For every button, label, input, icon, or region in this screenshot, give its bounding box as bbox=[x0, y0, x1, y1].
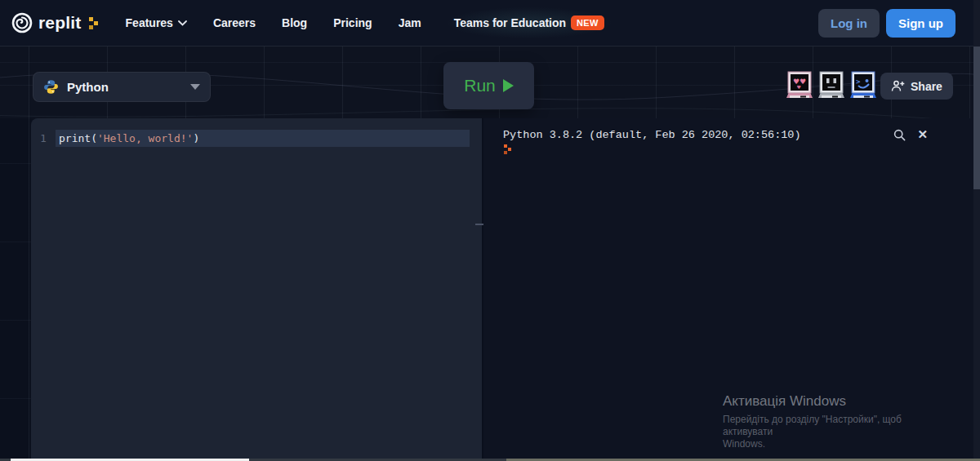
share-button[interactable]: Share bbox=[880, 73, 953, 100]
console-prompt-icon bbox=[504, 144, 512, 154]
play-icon bbox=[503, 79, 514, 92]
nav-item-label: Pricing bbox=[333, 16, 372, 29]
nav-item-label: Careers bbox=[213, 16, 256, 29]
windows-activation-watermark: Активація Windows Перейдіть до розділу "… bbox=[723, 393, 951, 450]
svg-text:>: > bbox=[856, 78, 861, 86]
language-selector[interactable]: Python bbox=[33, 72, 211, 102]
nav-item-jam[interactable]: Jam bbox=[399, 16, 421, 29]
new-badge: NEW bbox=[571, 16, 604, 30]
run-button-label: Run bbox=[464, 76, 496, 95]
chevron-down-icon bbox=[178, 20, 187, 26]
code-token-plain: print( bbox=[59, 132, 97, 144]
nav-items: Features Careers Blog Pricing Jam Teams … bbox=[126, 7, 611, 38]
auth-buttons: Log in Sign up bbox=[818, 9, 956, 38]
vertical-scrollbar[interactable] bbox=[973, 0, 980, 461]
nav-item-label: Blog bbox=[282, 16, 307, 29]
watermark-title: Активація Windows bbox=[723, 393, 951, 410]
vertical-scrollbar-thumb[interactable] bbox=[973, 47, 980, 189]
code-text: print('Hello, world!') bbox=[59, 132, 199, 144]
avatar-neutral-face-computer bbox=[817, 70, 846, 101]
code-token-string: 'Hello, world!' bbox=[97, 132, 193, 144]
watermark-line-2: Windows. bbox=[723, 438, 951, 450]
share-button-label: Share bbox=[911, 80, 942, 93]
navbar: replit Features Careers Blog Pricing Jam… bbox=[0, 0, 980, 47]
replit-spiral-icon bbox=[11, 12, 33, 33]
svg-text:♥: ♥ bbox=[797, 84, 801, 90]
share-person-plus-icon bbox=[891, 80, 905, 92]
avatar-wink-face-computer: > bbox=[849, 70, 878, 101]
login-button[interactable]: Log in bbox=[818, 9, 880, 38]
logo-wordmark: replit bbox=[38, 13, 82, 33]
watermark-body: Перейдіть до розділу "Настройки", щоб ак… bbox=[723, 414, 951, 450]
nav-item-features[interactable]: Features bbox=[126, 16, 187, 29]
language-selector-value: Python bbox=[67, 80, 182, 94]
code-editor[interactable]: 1 print('Hello, world!') bbox=[31, 118, 483, 459]
avatar-heart-face-computer: ♥ ♥ ♥ bbox=[785, 70, 814, 101]
viewer-avatars: ♥ ♥ ♥ > bbox=[785, 70, 878, 101]
code-line-1[interactable]: 1 print('Hello, world!') bbox=[31, 130, 483, 147]
search-icon[interactable] bbox=[893, 129, 906, 141]
line-number: 1 bbox=[31, 132, 56, 144]
console-toolbar: ✕ bbox=[893, 127, 928, 142]
run-button[interactable]: Run bbox=[443, 62, 534, 109]
nav-item-label: Teams for Education bbox=[454, 16, 566, 29]
nav-item-label: Features bbox=[126, 16, 173, 29]
nav-item-blog[interactable]: Blog bbox=[282, 16, 307, 29]
signup-button[interactable]: Sign up bbox=[886, 9, 956, 38]
watermark-line-1: Перейдіть до розділу "Настройки", щоб ак… bbox=[723, 414, 951, 438]
close-icon[interactable]: ✕ bbox=[917, 127, 928, 142]
replit-logo[interactable]: replit bbox=[11, 12, 100, 33]
dropdown-caret-icon bbox=[190, 84, 200, 90]
nav-item-teams-for-education[interactable]: Teams for Education NEW bbox=[448, 7, 611, 38]
nav-item-pricing[interactable]: Pricing bbox=[333, 16, 372, 29]
nav-item-label: Jam bbox=[399, 16, 421, 29]
nav-item-careers[interactable]: Careers bbox=[213, 16, 256, 29]
code-token-plain: ) bbox=[193, 132, 199, 144]
python-logo-icon bbox=[43, 79, 59, 95]
replit-prompt-icon bbox=[89, 16, 100, 30]
